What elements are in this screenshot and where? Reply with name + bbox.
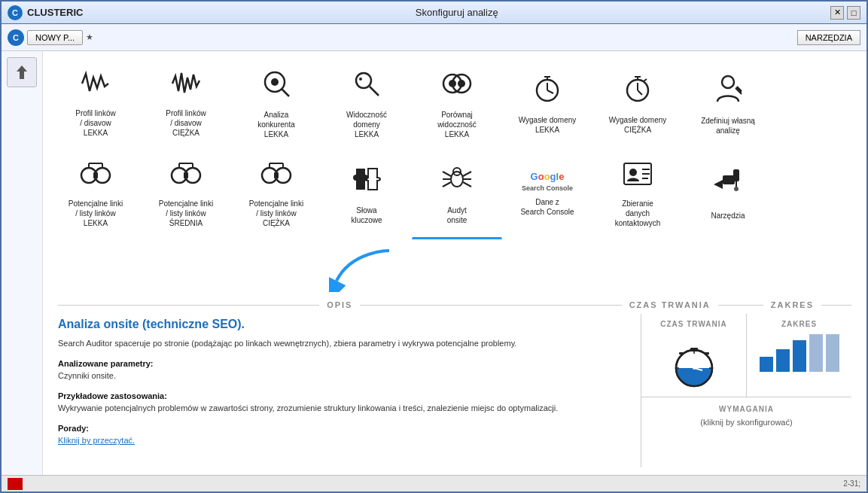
svg-rect-28 bbox=[93, 172, 98, 178]
svg-point-4 bbox=[356, 73, 371, 88]
person-card-icon bbox=[623, 160, 653, 194]
arrow-container bbox=[43, 243, 866, 296]
svg-point-53 bbox=[629, 169, 637, 176]
zakres-panel: ZAKRES bbox=[747, 314, 851, 397]
analysis-label: Wygasłe domenyCIĘŻKA bbox=[609, 115, 667, 135]
wymagania-label: WYMAGANIA bbox=[649, 405, 844, 413]
svg-line-46 bbox=[443, 172, 451, 176]
binoculars1-icon bbox=[80, 160, 111, 194]
divider-right bbox=[360, 305, 621, 306]
analysis-label: Potencjalne linki/ listy linkówCIĘŻKA bbox=[249, 199, 303, 228]
bottom-content: Analiza onsite (techniczne SEO). Search … bbox=[43, 314, 866, 475]
analysis-konkurenta[interactable]: AnalizakonkurentaLEKKA bbox=[231, 59, 321, 149]
svg-line-51 bbox=[463, 182, 471, 187]
svg-point-6 bbox=[359, 78, 362, 81]
close-button[interactable]: ✕ bbox=[830, 6, 844, 20]
description-porady: Porady: Kliknij by przeczytać. bbox=[58, 422, 633, 447]
analysis-potencjalne-lekka[interactable]: Potencjalne linki/ listy linkówLEKKA bbox=[50, 149, 141, 239]
main-window: C CLUSTERIC Skonfiguruj analizę ✕ □ C NO… bbox=[0, 0, 868, 493]
analysis-widocznosc[interactable]: WidocznośćdomenyLEKKA bbox=[321, 59, 412, 149]
binoculars2-icon bbox=[170, 160, 202, 194]
svg-line-13 bbox=[547, 90, 553, 93]
right-panels: CZAS TRWANIA bbox=[641, 314, 851, 467]
analizowane-text: Czynniki onsite. bbox=[58, 371, 116, 380]
analysis-zbieranie[interactable]: Zbieraniedanychkontaktowych bbox=[592, 149, 683, 239]
blue-arrow bbox=[329, 243, 397, 292]
sidebar-icon-1[interactable] bbox=[7, 57, 37, 87]
drill-icon bbox=[712, 168, 744, 206]
analysis-label: Profil linków/ disavowCIĘŻKA bbox=[166, 108, 206, 138]
description-title: Analiza onsite (techniczne SEO). bbox=[58, 318, 633, 331]
search-circle-icon bbox=[261, 68, 291, 105]
toolbar-left: C NOWY P... ★ bbox=[8, 29, 93, 46]
toolbar-logo: C bbox=[8, 29, 24, 46]
person-edit-icon bbox=[713, 73, 743, 111]
analysis-zdefiniuj[interactable]: Zdefiniuj własnąanalizę bbox=[683, 59, 773, 149]
wymagania-text: (kliknij by skonfigurować) bbox=[649, 418, 844, 427]
app-name: CLUSTERIC bbox=[27, 7, 83, 18]
toolbar: C NOWY P... ★ NARZĘDZIA bbox=[2, 24, 866, 51]
czas-label: CZAS TRWANIA bbox=[660, 320, 726, 328]
toolbar-right: NARZĘDZIA bbox=[797, 30, 860, 45]
analysis-wygasle-ciezka[interactable]: Wygasłe domenyCIĘŻKA bbox=[592, 59, 683, 149]
puzzle-icon bbox=[352, 164, 382, 201]
analysis-label: WidocznośćdomenyLEKKA bbox=[346, 110, 387, 139]
czas-panel: CZAS TRWANIA bbox=[641, 314, 747, 397]
analysis-porownaj[interactable]: PorównajwidocznośćLEKKA bbox=[412, 59, 502, 149]
app-icon: C bbox=[8, 5, 23, 20]
status-left bbox=[8, 478, 26, 490]
compare-icon bbox=[441, 68, 473, 105]
description-intro: Search Auditor spaceruje po stronie (pod… bbox=[58, 337, 633, 350]
divider-left bbox=[58, 305, 319, 306]
analysis-narzedzia[interactable]: Narzędzia bbox=[683, 149, 773, 239]
main-content: Profil linków/ disavowLEKKA Profil linkó… bbox=[2, 51, 866, 475]
przykladowe-text: Wykrywanie potencjalnych problemów w zaw… bbox=[58, 403, 558, 412]
svg-point-9 bbox=[449, 80, 456, 87]
divider-zakres bbox=[821, 305, 851, 306]
analysis-label: Potencjalne linki/ listy linkówLEKKA bbox=[69, 199, 123, 228]
description-panel: Analiza onsite (techniczne SEO). Search … bbox=[58, 314, 641, 467]
new-project-button[interactable]: NOWY P... bbox=[27, 30, 83, 45]
analysis-label: PorównajwidocznośćLEKKA bbox=[437, 110, 477, 139]
analysis-label: Potencjalne linki/ listy linkówŚREDNIA bbox=[159, 199, 213, 228]
svg-marker-59 bbox=[714, 180, 723, 189]
zakres-header: ZAKRES bbox=[763, 300, 821, 309]
svg-line-21 bbox=[644, 79, 647, 81]
porady-link[interactable]: Kliknij by przeczytać. bbox=[58, 436, 135, 445]
analysis-audyt-onsite[interactable]: Audytonsite bbox=[412, 149, 502, 239]
svg-rect-40 bbox=[274, 172, 279, 178]
stopwatch-icon bbox=[668, 334, 720, 391]
analysis-slowa[interactable]: Słowakluczowe bbox=[321, 149, 412, 239]
svg-rect-58 bbox=[723, 175, 735, 184]
narzedzia-button[interactable]: NARZĘDZIA bbox=[797, 30, 860, 45]
description-przykladowe: Przykładowe zastosowania: Wykrywanie pot… bbox=[58, 390, 633, 415]
svg-point-3 bbox=[271, 78, 279, 86]
svg-line-2 bbox=[282, 89, 289, 96]
opis-header: OPIS bbox=[319, 300, 360, 309]
bar-1 bbox=[760, 357, 773, 372]
svg-point-44 bbox=[451, 172, 463, 187]
bar-chart bbox=[760, 334, 839, 372]
zakres-label: ZAKRES bbox=[781, 320, 817, 328]
analysis-label: Profil linków/ disavowLEKKA bbox=[75, 108, 115, 138]
google-sc-icon: Google Search Console bbox=[522, 172, 573, 193]
left-sidebar bbox=[2, 51, 43, 475]
waveform-icon bbox=[81, 70, 111, 104]
analysis-profil-ciezka[interactable]: Profil linków/ disavowCIĘŻKA bbox=[141, 59, 231, 149]
status-right: 2-31; bbox=[843, 479, 860, 488]
svg-rect-66 bbox=[679, 352, 684, 355]
minimize-button[interactable]: □ bbox=[847, 6, 860, 20]
analysis-potencjalne-srednia[interactable]: Potencjalne linki/ listy linkówŚREDNIA bbox=[141, 149, 231, 239]
section-divider: OPIS CZAS TRWANIA ZAKRES bbox=[43, 296, 866, 314]
top-panels: CZAS TRWANIA bbox=[641, 314, 851, 397]
analysis-wygasle-lekka[interactable]: Wygasłe domenyLEKKA bbox=[502, 59, 592, 149]
analysis-label: Wygasłe domenyLEKKA bbox=[519, 115, 577, 135]
analysis-profil-lekka[interactable]: Profil linków/ disavowLEKKA bbox=[50, 59, 141, 149]
wymagania-panel: WYMAGANIA (kliknij by skonfigurować) bbox=[641, 397, 851, 434]
waveform2-icon bbox=[171, 70, 201, 104]
analysis-potencjalne-ciezka[interactable]: Potencjalne linki/ listy linkówCIĘŻKA bbox=[231, 149, 321, 239]
key-icon bbox=[352, 68, 382, 105]
analysis-search-console[interactable]: Google Search Console Dane zSearch Conso… bbox=[502, 149, 592, 239]
clock2-icon bbox=[623, 74, 653, 111]
svg-line-5 bbox=[370, 87, 379, 96]
